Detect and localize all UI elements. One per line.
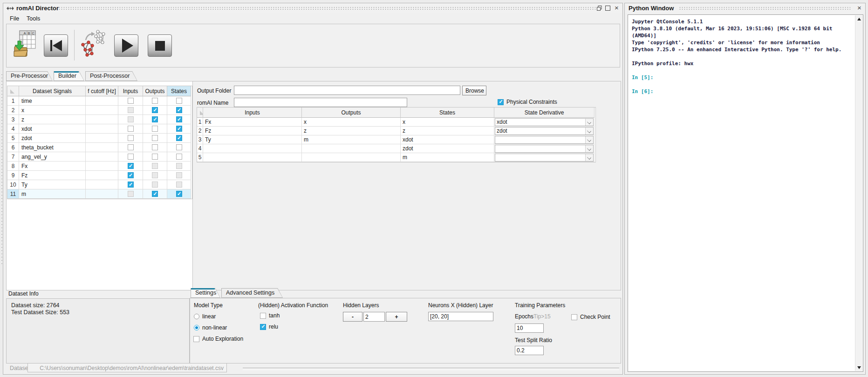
inputs-checkbox-cell[interactable] bbox=[118, 134, 143, 143]
row-number[interactable]: 1 bbox=[7, 96, 19, 106]
state-derivative-combobox[interactable]: xdot bbox=[495, 118, 594, 126]
test-split-ratio-input[interactable] bbox=[515, 346, 544, 355]
outputs-checkbox[interactable] bbox=[152, 107, 158, 113]
outputs-checkbox-cell[interactable] bbox=[143, 124, 167, 134]
input-cell[interactable] bbox=[203, 144, 302, 153]
output-folder-input[interactable] bbox=[234, 86, 460, 95]
run-button[interactable] bbox=[114, 34, 138, 57]
state-cell[interactable]: zdot bbox=[401, 144, 494, 153]
fcutoff-cell[interactable] bbox=[86, 134, 118, 143]
menu-tools[interactable]: Tools bbox=[24, 14, 43, 23]
row-number[interactable]: 3 bbox=[7, 115, 19, 124]
tanh-checkbox[interactable] bbox=[260, 313, 266, 319]
romai-titlebar[interactable]: romAI Director × bbox=[3, 3, 622, 13]
fcutoff-cell[interactable] bbox=[86, 124, 118, 134]
scrollbar[interactable] bbox=[855, 15, 862, 371]
signal-name-cell[interactable]: ang_vel_y bbox=[19, 152, 86, 162]
tab-pre-processor[interactable]: Pre-Processor bbox=[6, 71, 53, 81]
import-dataset-icon[interactable]: A B C 1 bbox=[13, 30, 36, 61]
close-icon[interactable]: × bbox=[613, 5, 620, 12]
inputs-checkbox[interactable] bbox=[128, 163, 134, 169]
states-checkbox[interactable] bbox=[176, 135, 182, 141]
state-derivative-combobox[interactable]: zdot bbox=[495, 127, 594, 135]
inputs-checkbox-cell[interactable] bbox=[118, 171, 143, 180]
inputs-checkbox[interactable] bbox=[128, 182, 134, 188]
output-cell[interactable] bbox=[302, 144, 401, 153]
states-checkbox[interactable] bbox=[176, 163, 182, 169]
states-checkbox-cell[interactable] bbox=[167, 162, 191, 171]
states-checkbox-cell[interactable] bbox=[167, 106, 191, 115]
fcutoff-cell[interactable] bbox=[86, 180, 118, 189]
fcutoff-cell[interactable] bbox=[86, 189, 118, 199]
outputs-checkbox-cell[interactable] bbox=[143, 115, 167, 124]
states-checkbox-cell[interactable] bbox=[167, 180, 191, 189]
nonlinear-radio[interactable] bbox=[194, 325, 199, 330]
row-number[interactable]: 5 bbox=[197, 153, 203, 162]
outputs-checkbox-cell[interactable] bbox=[143, 134, 167, 143]
physical-constraints-checkbox[interactable] bbox=[498, 99, 504, 105]
inputs-checkbox-cell[interactable] bbox=[118, 152, 143, 162]
state-cell[interactable]: m bbox=[401, 153, 494, 162]
row-number[interactable]: 2 bbox=[197, 127, 203, 135]
input-cell[interactable]: Fx bbox=[203, 118, 302, 127]
menu-file[interactable]: File bbox=[7, 14, 22, 23]
column-header[interactable]: Dataset Signals bbox=[19, 86, 86, 96]
signal-name-cell[interactable]: xdot bbox=[19, 124, 86, 134]
signal-name-cell[interactable]: zdot bbox=[19, 134, 86, 143]
state-cell[interactable]: xdot bbox=[401, 135, 494, 144]
linear-radio[interactable] bbox=[194, 314, 199, 319]
states-checkbox-cell[interactable] bbox=[167, 171, 191, 180]
outputs-checkbox-cell[interactable] bbox=[143, 106, 167, 115]
outputs-checkbox-cell[interactable] bbox=[143, 96, 167, 106]
column-header[interactable]: Outputs bbox=[302, 108, 401, 118]
chevron-down-icon[interactable] bbox=[585, 145, 593, 152]
output-cell[interactable]: z bbox=[302, 127, 401, 135]
states-checkbox-cell[interactable] bbox=[167, 152, 191, 162]
select-all-corner[interactable] bbox=[197, 108, 203, 118]
states-checkbox-cell[interactable] bbox=[167, 134, 191, 143]
outputs-checkbox[interactable] bbox=[152, 154, 158, 160]
signal-name-cell[interactable]: Ty bbox=[19, 180, 86, 189]
column-header-states[interactable]: States bbox=[167, 86, 191, 96]
fcutoff-cell[interactable] bbox=[86, 96, 118, 106]
neurons-input[interactable] bbox=[428, 312, 493, 321]
float-window-icon[interactable] bbox=[596, 5, 603, 12]
fcutoff-cell[interactable] bbox=[86, 152, 118, 162]
chevron-down-icon[interactable] bbox=[585, 128, 593, 135]
states-checkbox[interactable] bbox=[176, 144, 182, 150]
state-derivative-combobox[interactable] bbox=[495, 136, 594, 144]
inputs-checkbox-cell[interactable] bbox=[118, 180, 143, 189]
scroll-down-icon[interactable] bbox=[855, 364, 862, 371]
outputs-checkbox-cell[interactable] bbox=[143, 171, 167, 180]
outputs-checkbox[interactable] bbox=[152, 182, 158, 188]
states-checkbox[interactable] bbox=[176, 172, 182, 178]
row-number[interactable]: 6 bbox=[7, 143, 19, 152]
python-console[interactable]: Jupyter QtConsole 5.1.1Python 3.8.10 (de… bbox=[628, 14, 863, 372]
output-cell[interactable]: m bbox=[302, 135, 401, 144]
state-derivative-combobox[interactable] bbox=[495, 154, 594, 162]
scroll-up-icon[interactable] bbox=[855, 15, 862, 22]
signal-name-cell[interactable]: Fz bbox=[19, 171, 86, 180]
auto-exploration-checkbox[interactable] bbox=[193, 336, 199, 342]
output-cell[interactable] bbox=[302, 153, 401, 162]
outputs-checkbox-cell[interactable] bbox=[143, 180, 167, 189]
inputs-checkbox[interactable] bbox=[128, 144, 134, 150]
column-header[interactable]: Inputs bbox=[203, 108, 302, 118]
inputs-checkbox-cell[interactable] bbox=[118, 96, 143, 106]
browse-button[interactable]: Browse bbox=[462, 86, 486, 95]
outputs-checkbox-cell[interactable] bbox=[143, 162, 167, 171]
states-checkbox[interactable] bbox=[176, 98, 182, 104]
python-titlebar[interactable]: Python Window × bbox=[625, 3, 865, 13]
fcutoff-cell[interactable] bbox=[86, 171, 118, 180]
row-number[interactable]: 10 bbox=[7, 180, 19, 189]
state-cell[interactable]: x bbox=[401, 118, 494, 127]
row-number[interactable]: 11 bbox=[7, 189, 19, 199]
inputs-checkbox-cell[interactable] bbox=[118, 189, 143, 199]
epochs-input[interactable] bbox=[515, 323, 544, 333]
fcutoff-cell[interactable] bbox=[86, 106, 118, 115]
close-icon[interactable]: × bbox=[856, 5, 863, 12]
outputs-checkbox[interactable] bbox=[152, 126, 158, 132]
maximize-icon[interactable] bbox=[604, 5, 611, 12]
signal-name-cell[interactable]: time bbox=[19, 96, 86, 106]
row-number[interactable]: 2 bbox=[7, 106, 19, 115]
